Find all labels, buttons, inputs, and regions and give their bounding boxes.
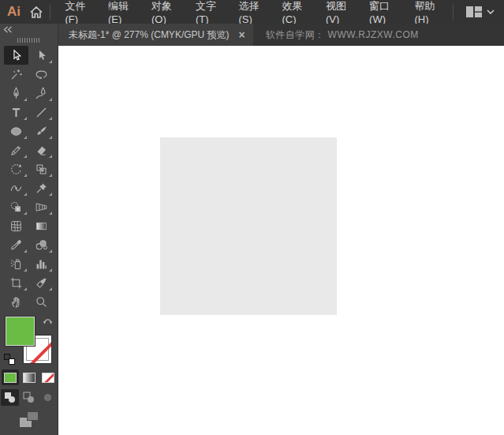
collapse-panel-icon[interactable] [3,26,13,33]
chevron-down-icon [487,9,495,14]
menu-separator [50,4,50,20]
tool-shaper[interactable] [4,141,28,159]
tool-width[interactable] [4,178,28,197]
color-type-buttons [2,369,57,385]
tool-blend[interactable] [29,235,54,254]
tool-lasso[interactable] [29,65,54,84]
workspace-switcher-button[interactable] [458,0,504,24]
tool-pen[interactable] [4,84,28,103]
menu-help[interactable]: 帮助(H) [405,0,449,24]
tool-puppet-warp[interactable] [29,178,54,197]
menu-edit[interactable]: 编辑(E) [98,0,141,24]
tool-symbol-sprayer[interactable] [4,254,28,273]
tool-slice[interactable] [29,273,54,292]
tool-eraser[interactable] [29,141,54,159]
menu-bar: Ai 文件(F) 编辑(E) 对象(O) 文字(T) 选择(S) 效果(C) 视… [0,0,504,24]
tool-line-segment[interactable] [29,103,54,122]
document-tab-bar: 未标题-1* @ 277% (CMYK/GPU 预览) × 软件自学网： WWW… [58,24,504,46]
draw-behind-button[interactable] [20,389,38,406]
tool-grid [4,46,54,311]
menu-file[interactable]: 文件(F) [54,0,98,24]
menu-select[interactable]: 选择(S) [229,0,272,24]
home-button[interactable] [28,3,45,21]
ai-logo: Ai [0,4,28,20]
tool-zoom[interactable] [29,292,54,311]
menu-items: 文件(F) 编辑(E) 对象(O) 文字(T) 选择(S) 效果(C) 视图(V… [54,0,448,24]
tool-artboard[interactable] [4,273,28,292]
menu-effect[interactable]: 效果(C) [272,0,316,24]
tool-paintbrush[interactable] [29,122,54,141]
tool-rotate[interactable] [4,159,28,178]
workspace-panels-icon [466,6,482,18]
menu-window[interactable]: 窗口(W) [359,0,404,24]
tool-gradient[interactable] [29,216,54,235]
none-button[interactable] [39,369,57,385]
close-icon[interactable]: × [239,29,245,40]
tool-column-graph[interactable] [29,254,54,273]
color-button[interactable] [2,369,19,385]
menu-view[interactable]: 视图(V) [315,0,359,24]
tool-shape-builder[interactable] [4,197,28,216]
default-fill-stroke-button[interactable] [4,354,15,365]
document-tab[interactable]: 未标题-1* @ 277% (CMYK/GPU 预览) × [58,24,253,46]
tool-ellipse[interactable] [4,122,28,141]
tools-panel-header [0,24,58,35]
document-canvas[interactable] [58,46,504,435]
screen-mode-button[interactable] [20,411,39,427]
menu-bar-right [448,0,504,24]
tool-hand[interactable] [4,292,28,311]
tool-eyedropper[interactable] [4,235,28,254]
illustrator-window: Ai 文件(F) 编辑(E) 对象(O) 文字(T) 选择(S) 效果(C) 视… [0,0,504,435]
menu-separator [453,4,454,20]
fill-color-swatch[interactable] [6,317,35,346]
menu-type[interactable]: 文字(T) [185,0,229,24]
draw-inside-button[interactable] [39,389,57,406]
panel-grip-handle[interactable] [17,38,41,43]
watermark-text: 软件自学网： WWW.RJZXW.COM [253,24,419,46]
drawn-rectangle-object[interactable] [160,137,337,315]
tool-type[interactable] [4,103,28,122]
document-tab-title: 未标题-1* @ 277% (CMYK/GPU 预览) [69,28,230,42]
tool-selection[interactable] [4,46,28,65]
tools-panel [0,24,58,435]
draw-normal-button[interactable] [1,389,19,406]
tool-magic-wand[interactable] [4,65,28,84]
drawing-mode-buttons [1,389,57,406]
gradient-button[interactable] [21,369,38,385]
fill-stroke-controls [0,314,58,366]
tool-mesh[interactable] [4,216,28,235]
tool-curvature[interactable] [29,84,54,103]
home-icon [30,6,43,18]
tool-perspective-grid[interactable] [29,197,54,216]
menu-object[interactable]: 对象(O) [141,0,185,24]
swap-fill-stroke-icon[interactable] [42,316,54,325]
tool-direct-selection[interactable] [29,46,54,65]
tool-scale[interactable] [29,159,54,178]
